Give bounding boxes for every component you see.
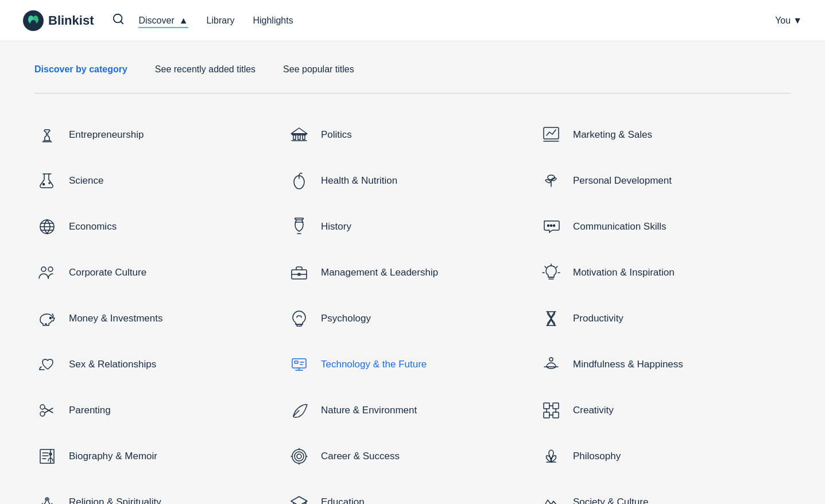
category-biography-memoir[interactable]: Biography & Memoir [34,433,286,479]
category-marketing-sales[interactable]: Marketing & Sales [539,112,791,158]
category-psychology[interactable]: Psychology [286,296,539,342]
category-technology-future[interactable]: Technology & the Future [286,342,539,387]
puzzle-icon [539,398,564,423]
user-menu-button[interactable]: You ▼ [775,15,802,26]
main-nav: Discover ▲ Library Highlights [138,13,775,28]
svg-point-31 [40,412,45,416]
psychology-label: Psychology [321,313,371,324]
society-culture-label: Society & Culture [573,497,648,504]
svg-rect-8 [298,135,300,139]
sub-nav-by-category[interactable]: Discover by category [34,64,127,75]
category-economics[interactable]: Economics [34,204,286,250]
mountains-icon [539,490,564,504]
category-nature-environment[interactable]: Nature & Environment [286,387,539,433]
marketing-sales-label: Marketing & Sales [573,129,652,141]
header: Blinkist Discover ▲ Library Highlights Y… [0,0,825,41]
category-creativity[interactable]: Creativity [539,387,791,433]
divider [34,93,791,94]
sub-nav-recently-added[interactable]: See recently added titles [155,64,255,75]
philosophy-label: Philosophy [573,451,621,462]
money-investments-label: Money & Investments [69,313,162,324]
nav-highlights[interactable]: Highlights [253,13,293,28]
category-communication-skills[interactable]: Communication Skills [539,204,791,250]
svg-point-15 [548,225,549,227]
category-personal-development[interactable]: Personal Development [539,158,791,204]
leaf-icon [286,398,312,423]
communication-skills-label: Communication Skills [573,221,667,232]
creativity-label: Creativity [573,405,614,416]
category-money-investments[interactable]: Money & Investments [34,296,286,342]
svg-point-13 [548,175,555,180]
lotus-icon [539,444,564,469]
category-science[interactable]: Science [34,158,286,204]
corporate-culture-label: Corporate Culture [69,267,146,278]
svg-rect-35 [544,412,549,418]
category-corporate-culture[interactable]: Corporate Culture [34,250,286,296]
management-leadership-label: Management & Leadership [321,267,438,278]
sub-nav-popular[interactable]: See popular titles [283,64,354,75]
main-content: Discover by category See recently added … [0,41,825,504]
scissors-icon [34,398,60,423]
svg-rect-29 [295,361,298,363]
category-society-culture[interactable]: Society & Culture [539,479,791,504]
chat-icon [539,214,564,239]
vase-icon [286,214,312,239]
graduation-icon [286,490,312,504]
category-productivity[interactable]: Productivity [539,296,791,342]
entrepreneurship-label: Entrepreneurship [69,129,144,141]
svg-line-26 [556,266,558,268]
category-mindfulness-happiness[interactable]: Mindfulness & Happiness [539,342,791,387]
svg-rect-7 [293,135,296,139]
svg-rect-36 [553,412,559,418]
economics-label: Economics [69,221,117,232]
chevron-down-icon: ▼ [793,15,802,26]
svg-point-18 [41,267,46,272]
svg-point-30 [549,358,553,361]
sex-relationships-label: Sex & Relationships [69,359,156,370]
logo-text: Blinkist [48,13,94,28]
category-entrepreneurship[interactable]: Entrepreneurship [34,112,286,158]
search-button[interactable] [112,13,125,28]
praying-icon [34,490,60,504]
category-parenting[interactable]: Parenting [34,387,286,433]
svg-point-27 [50,317,52,319]
svg-point-16 [551,225,552,227]
nav-discover[interactable]: Discover ▲ [138,13,188,28]
svg-rect-9 [303,135,305,139]
categories-grid: Entrepreneurship Politics Marketing & Sa… [34,112,791,504]
category-philosophy[interactable]: Philosophy [539,433,791,479]
head-icon [286,306,312,331]
svg-point-40 [295,452,304,461]
svg-point-17 [553,225,555,227]
svg-point-3 [30,20,36,26]
svg-point-11 [43,184,45,185]
svg-point-12 [49,183,50,184]
chess-icon [34,122,60,148]
svg-rect-37 [40,449,51,463]
productivity-label: Productivity [573,313,623,324]
category-education[interactable]: Education [286,479,539,504]
sub-nav: Discover by category See recently added … [34,64,791,75]
career-success-label: Career & Success [321,451,400,462]
category-politics[interactable]: Politics [286,112,539,158]
category-management-leadership[interactable]: Management & Leadership [286,250,539,296]
category-health-nutrition[interactable]: Health & Nutrition [286,158,539,204]
hourglass-icon [539,306,564,331]
category-motivation-inspiration[interactable]: Motivation & Inspiration [539,250,791,296]
category-history[interactable]: History [286,204,539,250]
svg-point-41 [297,454,301,459]
svg-point-32 [40,405,45,409]
category-career-success[interactable]: Career & Success [286,433,539,479]
category-religion-spirituality[interactable]: Religion & Spirituality [34,479,286,504]
education-label: Education [321,497,365,504]
category-sex-relationships[interactable]: Sex & Relationships [34,342,286,387]
health-nutrition-label: Health & Nutrition [321,175,397,187]
logo[interactable]: Blinkist [23,10,94,31]
bank-icon [286,122,312,148]
svg-line-25 [545,266,547,268]
nav-library[interactable]: Library [207,13,235,28]
svg-point-19 [48,267,53,272]
politics-label: Politics [321,129,352,141]
people-icon [34,260,60,285]
hearts-icon [34,352,60,377]
